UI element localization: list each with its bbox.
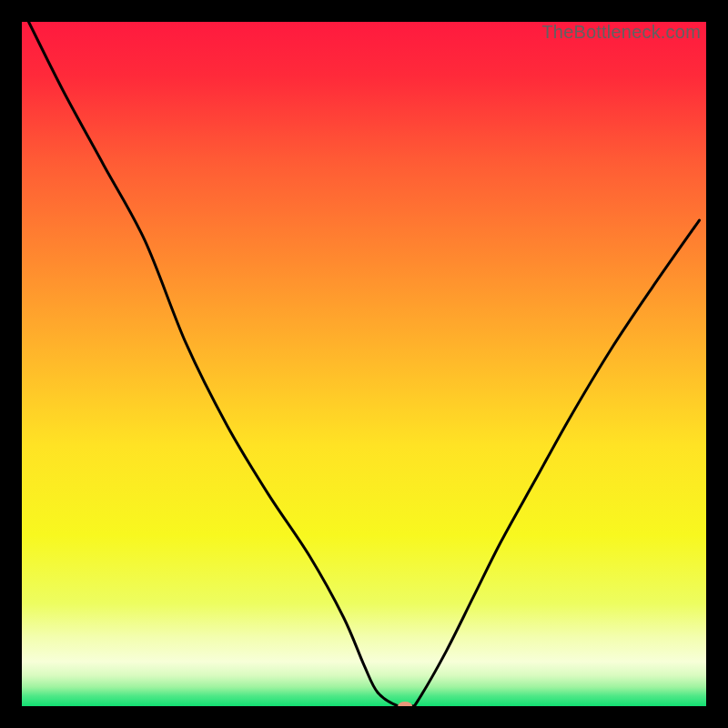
gradient-background: [22, 22, 706, 706]
plot-area: TheBottleneck.com: [22, 22, 706, 706]
watermark-label: TheBottleneck.com: [541, 22, 701, 43]
chart-frame: TheBottleneck.com: [0, 0, 728, 728]
bottleneck-chart: [22, 22, 706, 706]
